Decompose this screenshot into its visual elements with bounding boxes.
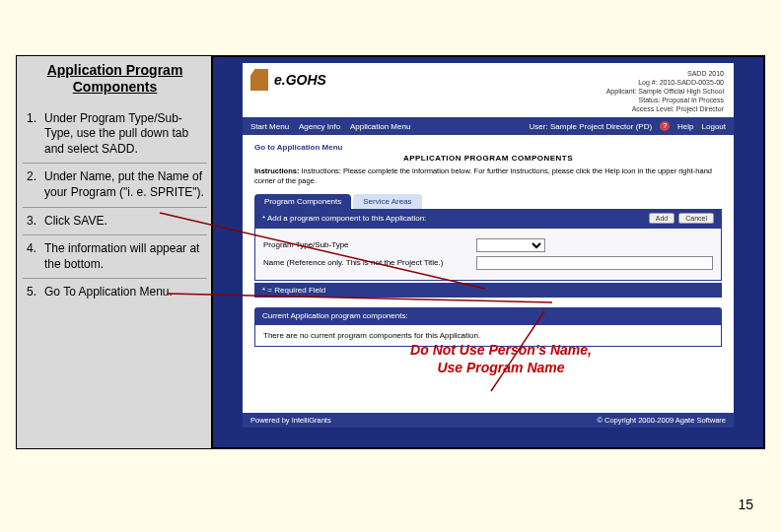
required-field-note: * = Required Field [254, 283, 722, 298]
tab-service-areas[interactable]: Service Areas [353, 194, 421, 209]
slide: Application Program Components Under Pro… [16, 55, 765, 449]
program-type-label: Program Type/Sub-Type [263, 240, 470, 249]
title-line2: Components [73, 79, 158, 95]
instructions-text: Instructions: Please complete the inform… [254, 166, 712, 185]
footer-right: © Copyright 2000-2009 Agate Software [597, 416, 726, 425]
add-button[interactable]: Add [649, 213, 674, 224]
nav-application-menu[interactable]: Application Menu [350, 122, 410, 131]
step-4: The information will appear at the botto… [23, 234, 207, 278]
help-icon[interactable]: ? [660, 121, 670, 131]
page-instructions: Instructions: Instructions: Please compl… [254, 166, 722, 186]
nav-logout[interactable]: Logout [702, 122, 726, 131]
step-3-text: Click SAVE. [44, 214, 107, 228]
steps-list: Under Program Type/Sub-Type, use the pul… [23, 105, 207, 306]
page-number: 15 [738, 497, 753, 512]
step-5: Go To Application Menu. [23, 278, 207, 306]
page-heading: APPLICATION PROGRAM COMPONENTS [254, 154, 722, 163]
cancel-button[interactable]: Cancel [678, 213, 714, 224]
nav-start-menu[interactable]: Start Menu [250, 122, 289, 131]
panel-title: Application Program Components [23, 62, 207, 96]
nav-links: Start Menu Agency Info Application Menu [250, 122, 418, 131]
step-2: Under Name, put the Name of your Program… [23, 163, 207, 206]
meta-log: Log #: 2010-SADD-0035-00 [606, 78, 724, 87]
step-1-text: Under Program Type/Sub-Type, use the pul… [44, 111, 188, 156]
nav-help[interactable]: Help [677, 122, 693, 131]
nav-user-label: User: Sample Project Director (PD) [530, 122, 652, 131]
footer-left: Powered by IntelliGrants [250, 416, 331, 425]
goto-application-menu-link[interactable]: Go to Application Menu [254, 143, 722, 152]
app-logo: e.GOHS [250, 69, 326, 91]
step-2-text: Under Name, put the Name of your Program… [44, 169, 204, 199]
step-5-text: Go To Application Menu. [44, 285, 173, 299]
header-meta: SADD 2010 Log #: 2010-SADD-0035-00 Appli… [606, 69, 724, 113]
tab-program-components[interactable]: Program Components [254, 194, 351, 209]
program-name-label: Name (Reference only. This is not the Pr… [263, 258, 470, 267]
screenshot-panel: e.GOHS SADD 2010 Log #: 2010-SADD-0035-0… [212, 56, 764, 448]
nav-bar: Start Menu Agency Info Application Menu … [243, 117, 734, 135]
title-line1: Application Program [47, 62, 183, 78]
logo-text: e.GOHS [274, 72, 326, 88]
nav-agency-info[interactable]: Agency Info [299, 122, 340, 131]
tab-strip: Program Components Service Areas [254, 194, 722, 209]
meta-applicant: Applicant: Sample Official High School [606, 87, 724, 96]
briefcase-icon [250, 69, 268, 91]
warning-line1: Do Not Use Person's Name, [410, 342, 592, 358]
add-component-title: * Add a program component to this Applic… [262, 214, 426, 223]
warning-line2: Use Program Name [437, 360, 564, 375]
app-footer: Powered by IntelliGrants © Copyright 200… [243, 413, 734, 428]
program-type-select[interactable] [476, 238, 545, 252]
add-component-form: Program Type/Sub-Type Name (Reference on… [254, 228, 722, 281]
instructions-panel: Application Program Components Under Pro… [17, 56, 212, 448]
current-components-header: Current Application program components: [254, 307, 722, 324]
step-4-text: The information will appear at the botto… [44, 241, 199, 271]
warning-callout: Do Not Use Person's Name, Use Program Na… [373, 341, 629, 376]
meta-status: Status: Proposal In Process [606, 96, 724, 104]
step-3: Click SAVE. [23, 207, 207, 235]
add-component-header: * Add a program component to this Applic… [254, 209, 722, 228]
program-name-input[interactable] [476, 256, 713, 270]
step-1: Under Program Type/Sub-Type, use the pul… [23, 105, 207, 164]
meta-program: SADD 2010 [606, 69, 724, 78]
nav-right: User: Sample Project Director (PD) ? Hel… [530, 121, 726, 131]
app-header: e.GOHS SADD 2010 Log #: 2010-SADD-0035-0… [243, 63, 734, 117]
meta-access: Access Level: Project Director [606, 104, 724, 113]
